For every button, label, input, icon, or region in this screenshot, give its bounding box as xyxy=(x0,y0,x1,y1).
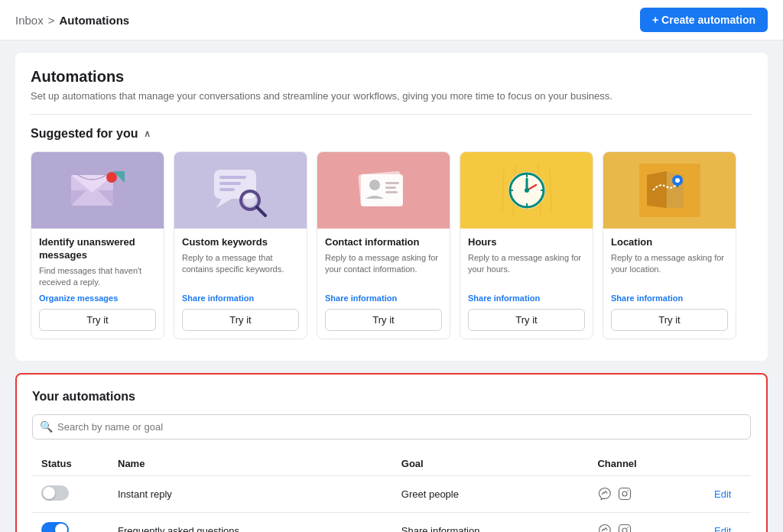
card-location: Location Reply to a message asking for y… xyxy=(603,151,736,339)
page-wrapper: Inbox > Automations + Create automation … xyxy=(0,0,783,532)
breadcrumb-inbox[interactable]: Inbox xyxy=(15,14,44,27)
svg-rect-9 xyxy=(219,182,241,185)
edit-faq-link[interactable]: Edit xyxy=(714,525,731,532)
chevron-up-icon[interactable]: ∧ xyxy=(144,128,151,139)
col-actions xyxy=(705,452,751,476)
card-contact-tag: Share information xyxy=(325,294,442,303)
carousel-wrapper: Identify unanswered messages Find messag… xyxy=(31,151,752,345)
toggle-faq[interactable] xyxy=(41,522,69,532)
card-keywords-image xyxy=(174,152,307,229)
breadcrumb-current: Automations xyxy=(59,14,129,27)
row-name-faq: Frequently asked questions xyxy=(109,512,392,532)
svg-line-13 xyxy=(257,207,265,216)
card-keywords-try-button[interactable]: Try it xyxy=(182,309,299,331)
svg-rect-17 xyxy=(385,182,399,184)
card-hours-body: Hours Reply to a message asking for your… xyxy=(460,229,593,339)
row-channel-faq xyxy=(588,512,705,532)
row-channel-instant xyxy=(588,475,705,512)
your-automations-title: Your automations xyxy=(32,390,751,404)
table-header-row: Status Name Goal Channel xyxy=(32,452,751,476)
svg-rect-10 xyxy=(219,188,235,191)
channel-icons-instant xyxy=(597,486,696,501)
edit-instant-link[interactable]: Edit xyxy=(714,488,731,500)
card-hours-title: Hours xyxy=(468,236,585,249)
svg-point-40 xyxy=(675,178,680,183)
svg-point-16 xyxy=(369,180,380,190)
search-wrapper: 🔍 xyxy=(32,414,751,440)
your-automations-section: Your automations 🔍 Status Name Goal Chan… xyxy=(15,373,768,532)
card-hours-try-button[interactable]: Try it xyxy=(468,309,585,331)
row-goal-instant: Greet people xyxy=(392,475,589,512)
card-location-try-button[interactable]: Try it xyxy=(611,309,728,331)
table-body: Instant reply Greet people Edit xyxy=(32,475,751,532)
svg-point-33 xyxy=(525,188,529,193)
svg-point-45 xyxy=(622,528,627,532)
card-hours-desc: Reply to a message asking for your hours… xyxy=(468,252,585,289)
card-hours-image xyxy=(460,152,593,229)
card-location-image xyxy=(603,152,736,229)
table-head: Status Name Goal Channel xyxy=(32,452,751,476)
svg-point-42 xyxy=(622,491,627,496)
search-icon: 🔍 xyxy=(40,420,53,433)
row-status-instant xyxy=(32,475,109,512)
svg-marker-35 xyxy=(647,171,666,208)
search-input[interactable] xyxy=(32,414,751,440)
card-contact-try-button[interactable]: Try it xyxy=(325,309,442,331)
card-contact-desc: Reply to a message asking for your conta… xyxy=(325,252,442,289)
card-keywords-tag: Share information xyxy=(182,294,299,303)
carousel-scroll[interactable]: Identify unanswered messages Find messag… xyxy=(31,151,752,345)
card-contact: Contact information Reply to a message a… xyxy=(317,151,450,339)
svg-rect-15 xyxy=(361,174,403,206)
card-location-title: Location xyxy=(611,236,728,249)
svg-point-12 xyxy=(244,194,256,206)
card-identify-title: Identify unanswered messages xyxy=(39,236,156,262)
create-automation-button[interactable]: + Create automation xyxy=(640,8,768,32)
toggle-knob xyxy=(43,487,55,499)
col-goal: Goal xyxy=(392,452,589,476)
svg-point-4 xyxy=(106,172,117,183)
toggle-knob xyxy=(55,524,67,532)
card-keywords-body: Custom keywords Reply to a message that … xyxy=(174,229,307,339)
card-hours-tag: Share information xyxy=(468,294,585,303)
suggested-title: Suggested for you xyxy=(31,127,138,141)
top-header: Inbox > Automations + Create automation xyxy=(0,0,783,41)
card-location-tag: Share information xyxy=(611,294,728,303)
row-edit-instant: Edit xyxy=(705,475,751,512)
row-status-faq xyxy=(32,512,109,532)
breadcrumb-separator: > xyxy=(48,14,55,27)
page-title: Automations xyxy=(31,68,752,86)
table-row: Frequently asked questions Share informa… xyxy=(32,512,751,532)
svg-point-46 xyxy=(628,527,629,528)
card-keywords-desc: Reply to a message that contains specifi… xyxy=(182,252,299,289)
card-identify-body: Identify unanswered messages Find messag… xyxy=(31,229,164,339)
breadcrumb: Inbox > Automations xyxy=(15,14,129,27)
messenger-icon xyxy=(597,523,612,532)
card-keywords: Custom keywords Reply to a message that … xyxy=(174,151,307,339)
divider xyxy=(31,114,752,115)
card-hours: Hours Reply to a message asking for your… xyxy=(460,151,593,339)
messenger-icon xyxy=(597,486,612,501)
toggle-instant-reply[interactable] xyxy=(41,485,69,501)
row-goal-faq: Share information xyxy=(392,512,589,532)
card-contact-image xyxy=(317,152,450,229)
svg-rect-8 xyxy=(219,176,246,179)
card-keywords-title: Custom keywords xyxy=(182,236,299,249)
instagram-icon xyxy=(617,486,632,501)
card-identify-image xyxy=(31,152,164,229)
card-identify-desc: Find messages that haven't received a re… xyxy=(39,265,156,289)
col-channel: Channel xyxy=(588,452,705,476)
card-location-body: Location Reply to a message asking for y… xyxy=(603,229,736,339)
card-identify-try-button[interactable]: Try it xyxy=(39,309,156,331)
card-identify-tag: Organize messages xyxy=(39,294,156,303)
svg-point-43 xyxy=(628,490,629,491)
row-edit-faq: Edit xyxy=(705,512,751,532)
col-name: Name xyxy=(109,452,392,476)
row-name-instant: Instant reply xyxy=(109,475,392,512)
svg-rect-19 xyxy=(385,191,398,193)
card-contact-body: Contact information Reply to a message a… xyxy=(317,229,450,339)
table-row: Instant reply Greet people Edit xyxy=(32,475,751,512)
svg-rect-18 xyxy=(385,187,396,189)
card-contact-title: Contact information xyxy=(325,236,442,249)
main-content: Automations Set up automations that mana… xyxy=(0,41,783,532)
svg-marker-7 xyxy=(216,199,232,208)
